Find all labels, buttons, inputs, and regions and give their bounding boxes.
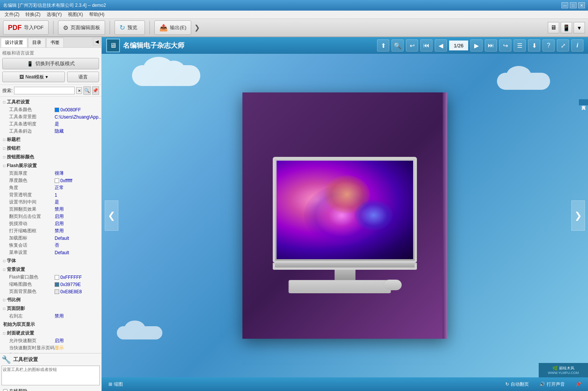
search-clear-button[interactable]: ✕ bbox=[76, 87, 82, 94]
menu-view[interactable]: 视图(X) bbox=[65, 11, 86, 19]
prop-show-pagenum[interactable]: 当快速翻页时显示页码 显示 bbox=[2, 344, 100, 352]
prop-footer-flip[interactable]: 页脚翻页效果 禁用 bbox=[2, 206, 100, 213]
page-number-input[interactable] bbox=[449, 41, 468, 50]
nav-menu-button[interactable]: ☰ bbox=[514, 39, 526, 52]
tab-bookmarks[interactable]: 书签 bbox=[46, 38, 64, 47]
book-area: ❮ bbox=[102, 54, 588, 377]
preview-button[interactable]: ↻ 预览 bbox=[115, 20, 145, 35]
menu-convert[interactable]: 转换(Z) bbox=[22, 11, 43, 19]
prop-toolbar-color[interactable]: 工具条颜色 0x0080FF bbox=[2, 106, 100, 113]
expand-icon-cover: □ bbox=[3, 331, 5, 335]
prop-page-bg-color[interactable]: 页面背景颜色 0xE8E8E8 bbox=[2, 288, 100, 295]
tree-group-proportion-header[interactable]: □ 书比例 bbox=[2, 296, 100, 304]
book-prev-arrow[interactable]: ❮ bbox=[105, 200, 118, 231]
preview-nav: 🖥 名编辑电子杂志大师 ⬆ 🔍 ↩ ⏮ ◀ ▶ ⏭ ↪ ☰ ⬇ ? ⤢ i bbox=[102, 37, 588, 54]
export-button[interactable]: 📤 输出(E) bbox=[154, 20, 191, 35]
prop-thumbnail-color[interactable]: 缩略图颜色 0x39779E bbox=[2, 281, 100, 288]
tree-group-font-header[interactable]: □ 字体 bbox=[2, 257, 100, 265]
prop-toolbar-bg[interactable]: 工具条背景图 C:\Users\Zhuang\App... bbox=[2, 113, 100, 120]
prop-thumbnail-frame[interactable]: 打开缩略图框 禁用 bbox=[2, 227, 100, 235]
view-dropdown-button[interactable]: ▾ bbox=[574, 22, 585, 33]
maximize-button[interactable]: □ bbox=[570, 2, 577, 8]
prop-load-icon[interactable]: 加载图标 Default bbox=[2, 235, 100, 242]
online-help-checkbox[interactable] bbox=[3, 389, 8, 391]
prop-flip-to-click[interactable]: 翻页到点击位置 启用 bbox=[2, 213, 100, 220]
right-vertical-tab[interactable]: 佳人写真 bbox=[579, 99, 588, 105]
prop-angle[interactable]: 角度 正常 bbox=[2, 184, 100, 191]
tree-group-btncolor-header[interactable]: □ 按钮图标颜色 bbox=[2, 153, 100, 161]
prop-val-flip-to-click: 启用 bbox=[55, 213, 64, 220]
prop-val-angle: 正常 bbox=[55, 185, 64, 191]
nav-help-button[interactable]: ? bbox=[542, 39, 555, 52]
tree-group-shadow-header[interactable]: □ 页面阴影 bbox=[2, 305, 100, 313]
thumbnail-button[interactable]: ⊞ 缩图 bbox=[106, 380, 125, 388]
prop-key-footer-flip: 页脚翻页效果 bbox=[9, 206, 55, 213]
book-next-arrow[interactable]: ❯ bbox=[571, 200, 585, 231]
tree-group-flash-header[interactable]: □ Flash展示设置 bbox=[2, 162, 100, 170]
mobile-mode-button[interactable]: 📱 切换到手机版模式 bbox=[2, 58, 99, 69]
nav-first-page-button[interactable]: ⏮ bbox=[420, 39, 432, 52]
sound-button[interactable]: 🔊 打开声音 bbox=[537, 380, 567, 388]
nav-prev-button[interactable]: ◀ bbox=[435, 39, 447, 52]
page-edit-button[interactable]: ⚙ 页面编辑面板 bbox=[58, 20, 105, 35]
language-button[interactable]: 语言 bbox=[67, 72, 99, 82]
menu-help[interactable]: 帮助(H) bbox=[86, 11, 108, 19]
prop-center-book[interactable]: 设置书到中间 是 bbox=[2, 199, 100, 206]
prop-flash-window-color[interactable]: Flash窗口颜色 0xFFFFFF bbox=[2, 274, 100, 281]
tree-group-cover-header[interactable]: □ 封面硬皮设置 bbox=[2, 329, 100, 337]
desktop-view-button[interactable]: 🖥 bbox=[548, 22, 559, 33]
tab-expand-button[interactable]: ◀ bbox=[93, 38, 101, 45]
nav-redo-button[interactable]: ↪ bbox=[499, 39, 511, 52]
tab-design-settings[interactable]: 设计设置 bbox=[1, 38, 27, 47]
prop-bg-opacity[interactable]: 背景透明度 1 bbox=[2, 191, 100, 199]
tree-group-titlebar-header[interactable]: □ 标题栏 bbox=[2, 136, 100, 144]
close-button[interactable]: ✕ bbox=[578, 2, 585, 8]
nav-fullscreen-button[interactable]: ⤢ bbox=[557, 39, 569, 52]
search-button-2[interactable]: 📌 bbox=[92, 86, 99, 95]
tree-group-toolbar-header[interactable]: □ 工具栏设置 bbox=[2, 98, 100, 106]
brand-name: 名编辑电子杂志大师 bbox=[123, 41, 184, 50]
menu-options[interactable]: 选项(Y) bbox=[44, 11, 65, 19]
nav-undo-button[interactable]: ↩ bbox=[406, 39, 418, 52]
tree-group-buttonbar-header[interactable]: □ 按钮栏 bbox=[2, 144, 100, 152]
tab-toc[interactable]: 目录 bbox=[28, 38, 46, 47]
online-help-area: 在线帮助 bbox=[2, 386, 100, 391]
toolbar-arrow[interactable]: ❯ bbox=[194, 23, 200, 32]
cloud-1 bbox=[132, 65, 200, 86]
nav-info-button[interactable]: i bbox=[571, 39, 583, 52]
menu-file[interactable]: 文件(Z) bbox=[2, 11, 22, 19]
prop-swipe[interactable]: 抚摸滑动 启用 bbox=[2, 220, 100, 227]
search-input[interactable] bbox=[14, 87, 75, 94]
prop-key-rtl: 右到左 bbox=[9, 313, 55, 319]
panel-description[interactable] bbox=[2, 366, 100, 385]
thumbnail-label: 缩图 bbox=[114, 381, 123, 388]
nav-download-button[interactable]: ⬇ bbox=[528, 39, 540, 52]
prop-menu-settings[interactable]: 菜单设置 Default bbox=[2, 249, 100, 256]
nav-next-button[interactable]: ▶ bbox=[470, 39, 483, 52]
search-button-1[interactable]: 🔍 bbox=[83, 86, 90, 95]
color-swatch-white2 bbox=[55, 275, 59, 280]
prop-key-swipe: 抚摸滑动 bbox=[9, 221, 55, 227]
sound-pin-button[interactable]: 📌 bbox=[573, 381, 583, 388]
nav-home-button[interactable]: ⬆ bbox=[377, 39, 389, 52]
prop-right-to-left[interactable]: 右到左 禁用 bbox=[2, 313, 100, 320]
template-lang-row: 🖼 Neat模板 ▾ 语言 bbox=[2, 72, 99, 82]
prop-thickness-color[interactable]: 厚度颜色 0xffffff bbox=[2, 177, 100, 184]
prop-restore-session[interactable]: 恢复会话 否 bbox=[2, 242, 100, 249]
mobile-view-button[interactable]: 📱 bbox=[561, 22, 572, 33]
prop-quick-flip[interactable]: 允许快速翻页 启用 bbox=[2, 337, 100, 344]
auto-flip-button[interactable]: ↻ 自动翻页 bbox=[503, 380, 531, 388]
import-pdf-button[interactable]: PDF 导入PDF bbox=[3, 20, 49, 35]
prop-toolbar-bevel[interactable]: 工具条斜边 隐藏 bbox=[2, 128, 100, 135]
prop-toolbar-opacity[interactable]: 工具条透明度 是 bbox=[2, 120, 100, 128]
nav-zoom-button[interactable]: 🔍 bbox=[391, 39, 404, 52]
tree-group-bg-header[interactable]: □ 背景设置 bbox=[2, 266, 100, 274]
nav-last-page-button[interactable]: ⏭ bbox=[485, 39, 497, 52]
mobile-mode-label: 切换到手机版模式 bbox=[35, 60, 75, 67]
tree-group-double-page-header[interactable]: 初始为双页显示 bbox=[2, 321, 100, 328]
template-select-button[interactable]: 🖼 Neat模板 ▾ bbox=[2, 72, 65, 82]
prop-page-thickness[interactable]: 页面厚度 很薄 bbox=[2, 170, 100, 177]
prop-key-flash-window: Flash窗口颜色 bbox=[9, 274, 55, 280]
cloud-1-puff2 bbox=[162, 61, 185, 80]
minimize-button[interactable]: — bbox=[561, 2, 568, 8]
